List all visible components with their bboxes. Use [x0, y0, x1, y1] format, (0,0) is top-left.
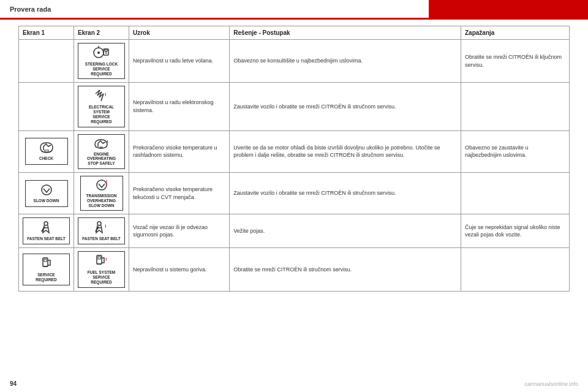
resenje-cell: Vežite pojas.: [230, 214, 461, 248]
slow-down-label: SLOW DOWN: [34, 198, 59, 203]
diagnostic-table: Ekran 1 Ekran 2 Uzrok Rešenje - Postupak…: [18, 26, 570, 292]
page-number: 94: [10, 380, 17, 387]
steering-lock-icon: ! STEERING LOCKSERVICE REQUIRED: [78, 43, 125, 79]
col-zapazanja: Zapažanja: [461, 26, 570, 40]
table-row: SERVICE REQUIRED ! FUEL SYSTEMSERVICE RE…: [19, 248, 570, 291]
zapazanja-cell: Obratite se mreži CITROËN ili ključnom s…: [461, 40, 570, 83]
uzrok-text: Prekoračeno visoke temperature tekućosti…: [133, 186, 213, 200]
zapazanja-cell: [461, 172, 570, 214]
resenje-text: Zaustavite vozilo i obratite se mreži CI…: [233, 190, 396, 196]
ekran2-cell: ! ENGINE OVERHEATINGSTOP SAFELY: [74, 130, 129, 172]
fuel-system-icon: ! FUEL SYSTEMSERVICE REQUIRED: [78, 251, 125, 287]
uzrok-cell: Nepravilnost u radu elektronskog sistema…: [129, 83, 230, 130]
table-row: CHECK ! ENGINE OVERHEATINGSTOP SAFELY: [19, 130, 570, 172]
svg-point-18: [97, 180, 107, 190]
uzrok-text: Prekoračeno visoke temperature u rashlad…: [133, 145, 217, 159]
svg-text:!: !: [105, 224, 107, 229]
svg-rect-15: [100, 147, 102, 148]
watermark-text: carmanualsonline.info: [524, 381, 578, 387]
engine-overheat-label: ENGINE OVERHEATINGSTOP SAFELY: [82, 152, 121, 166]
check-label: CHECK: [39, 156, 53, 161]
ekran2-cell: ! STEERING LOCKSERVICE REQUIRED: [74, 40, 129, 83]
svg-rect-14: [45, 150, 48, 152]
col-resenje: Rešenje - Postupak: [230, 26, 461, 40]
ekran2-cell: ! FASTEN SEAT BELT: [74, 214, 129, 248]
service-required-icon: SERVICE REQUIRED: [23, 254, 70, 285]
electrical-icon: ! ELECTRICAL SYSTEMSERVICE REQUIRED: [78, 86, 125, 127]
svg-text:!: !: [105, 92, 107, 97]
zapazanja-cell: [461, 83, 570, 130]
resenje-cell: Zaustavite vozilo i obratite se mreži CI…: [230, 172, 461, 214]
red-bar: [429, 0, 588, 20]
resenje-text: Vežite pojas.: [233, 228, 265, 234]
svg-text:!: !: [107, 139, 108, 145]
page-header: Provera rada: [0, 0, 588, 20]
ekran1-cell: SERVICE REQUIRED: [19, 248, 74, 291]
svg-point-17: [42, 185, 51, 195]
resenje-text: Zaustavite vozilo i obratite se mreži CI…: [233, 104, 396, 110]
slow-down-icon: SLOW DOWN: [25, 180, 68, 207]
fuel-system-label: FUEL SYSTEMSERVICE REQUIRED: [82, 270, 121, 284]
ekran2-cell: ! ELECTRICAL SYSTEMSERVICE REQUIRED: [74, 83, 129, 130]
main-content: Ekran 1 Ekran 2 Uzrok Rešenje - Postupak…: [0, 20, 588, 298]
table-row: FASTEN SEAT BELT ! FASTEN SEAT BELT: [19, 214, 570, 248]
resenje-cell: Zaustavite vozilo i obratite se mreži CI…: [230, 83, 461, 130]
col-ekran1: Ekran 1: [19, 26, 74, 40]
check-icon: CHECK: [25, 138, 68, 165]
resenje-cell: Uverite se da se motor ohladi da biste i…: [230, 130, 461, 172]
ekran1-cell: [19, 40, 74, 83]
electrical-label: ELECTRICAL SYSTEMSERVICE REQUIRED: [82, 105, 121, 124]
zapazanja-cell: [461, 248, 570, 291]
table-row: SLOW DOWN ! TRANSMISSIONOVERHEATINGSLOW …: [19, 172, 570, 214]
seatbelt2-label: FASTEN SEAT BELT: [82, 236, 121, 241]
svg-rect-4: [105, 49, 107, 51]
ekran1-cell: [19, 83, 74, 130]
ekran1-cell: SLOW DOWN: [19, 172, 74, 214]
uzrok-cell: Prekoračeno visoke temperature tekućosti…: [129, 172, 230, 214]
resenje-cell: Obratite se mreži CITROËN ili stručnom s…: [230, 248, 461, 291]
resenje-text: Obratite se mreži CITROËN ili stručnom s…: [233, 266, 352, 273]
seatbelt-label: FASTEN SEAT BELT: [27, 236, 66, 241]
uzrok-text: Vozač nije vezao ili je odvezao sigurnos…: [133, 224, 208, 238]
page-title: Provera rada: [10, 6, 51, 13]
svg-rect-27: [44, 259, 47, 262]
resenje-text: Obavezno se konsultišite u najbezbedniji…: [233, 58, 363, 64]
svg-text:!: !: [106, 179, 107, 184]
uzrok-text: Nepravilnost u sistemu goriva.: [133, 266, 207, 273]
ekran2-cell: ! TRANSMISSIONOVERHEATINGSLOW DOWN: [74, 172, 129, 214]
uzrok-cell: Prekoračeno visoke temperature u rashlad…: [129, 130, 230, 172]
ekran1-cell: CHECK: [19, 130, 74, 172]
uzrok-cell: Vozač nije vezao ili je odvezao sigurnos…: [129, 214, 230, 248]
col-ekran2: Ekran 2: [74, 26, 129, 40]
zapazanja-cell: Čuje se neprekidan signal ukoliko niste …: [461, 214, 570, 248]
steering-lock-label: STEERING LOCKSERVICE REQUIRED: [82, 62, 121, 76]
seatbelt-icon: FASTEN SEAT BELT: [23, 217, 70, 244]
svg-text:!: !: [102, 56, 102, 59]
resenje-cell: Obavezno se konsultišite u najbezbedniji…: [230, 40, 461, 83]
zapazanja-text: Čuje se neprekidan signal ukoliko niste …: [465, 224, 560, 238]
svg-point-20: [44, 222, 48, 225]
uzrok-cell: Nepravilnost u radu letve volana.: [129, 40, 230, 83]
transmission-icon: ! TRANSMISSIONOVERHEATINGSLOW DOWN: [80, 176, 123, 211]
uzrok-cell: Nepravilnost u sistemu goriva.: [129, 248, 230, 291]
svg-point-22: [97, 222, 101, 225]
table-row: ! ELECTRICAL SYSTEMSERVICE REQUIRED Nepr…: [19, 83, 570, 130]
zapazanja-cell: Obavezno se zaustavite u najbezbednijim …: [461, 130, 570, 172]
svg-rect-30: [98, 257, 100, 259]
ekran1-cell: FASTEN SEAT BELT: [19, 214, 74, 248]
seatbelt2-icon: ! FASTEN SEAT BELT: [78, 217, 125, 244]
svg-text:!: !: [105, 257, 107, 262]
zapazanja-text: Obratite se mreži CITROËN ili ključnom s…: [465, 54, 562, 68]
uzrok-text: Nepravilnost u radu letve volana.: [133, 58, 213, 64]
resenje-text: Uverite se da se motor ohladi da biste i…: [233, 145, 440, 159]
engine-overheat-icon: ! ENGINE OVERHEATINGSTOP SAFELY: [78, 134, 125, 169]
service-required-label: SERVICE REQUIRED: [27, 273, 66, 282]
transmission-label: TRANSMISSIONOVERHEATINGSLOW DOWN: [86, 194, 117, 208]
zapazanja-text: Obavezno se zaustavite u najbezbednijim …: [465, 145, 529, 159]
uzrok-text: Nepravilnost u radu elektronskog sistema…: [133, 99, 214, 113]
table-row: ! STEERING LOCKSERVICE REQUIRED Nepravil…: [19, 40, 570, 83]
ekran2-cell: ! FUEL SYSTEMSERVICE REQUIRED: [74, 248, 129, 291]
col-uzrok: Uzrok: [129, 26, 230, 40]
svg-point-2: [97, 51, 100, 54]
